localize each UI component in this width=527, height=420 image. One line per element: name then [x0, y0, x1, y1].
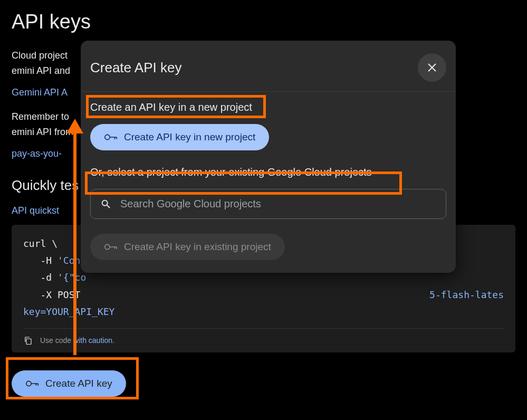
key-icon [104, 242, 118, 252]
gemini-api-link[interactable]: Gemini API A [12, 87, 68, 98]
caution-text: Use code with caution. [40, 334, 114, 347]
close-icon [426, 62, 438, 73]
key-icon [104, 132, 118, 142]
search-projects-field[interactable] [90, 189, 446, 219]
close-button[interactable] [418, 53, 446, 82]
page-title: API keys [12, 11, 515, 33]
modal-title: Create API key [90, 60, 181, 76]
modal-header: Create API key [81, 41, 456, 92]
create-api-key-modal: Create API key Create an API key in a ne… [81, 41, 456, 273]
svg-point-2 [105, 135, 110, 139]
search-icon [100, 198, 112, 210]
svg-rect-0 [26, 339, 31, 345]
modal-section-new: Create an API key in a new project [90, 101, 252, 113]
copy-icon[interactable] [23, 336, 33, 345]
modal-body: Create an API key in a new project Creat… [81, 92, 456, 273]
create-api-key-button[interactable]: Create API key [12, 370, 126, 397]
caution-link[interactable]: with caution. [73, 336, 114, 345]
pay-as-you-go-link[interactable]: pay-as-you- [12, 148, 62, 159]
create-key-new-project-button[interactable]: Create API key in new project [90, 124, 269, 150]
key-icon [25, 378, 39, 389]
modal-section-existing: Or, select a project from your existing … [90, 166, 372, 178]
create-key-existing-project-button: Create API key in existing project [90, 234, 285, 260]
code-line: -X POST 5-flash-lates [23, 287, 504, 303]
api-quickstart-link[interactable]: API quickst [12, 205, 59, 216]
svg-point-1 [26, 381, 31, 386]
code-footer: Use code with caution. [23, 328, 504, 352]
code-line: key=YOUR_API_KEY [23, 303, 504, 320]
svg-point-3 [105, 244, 110, 249]
search-projects-input[interactable] [120, 198, 436, 210]
